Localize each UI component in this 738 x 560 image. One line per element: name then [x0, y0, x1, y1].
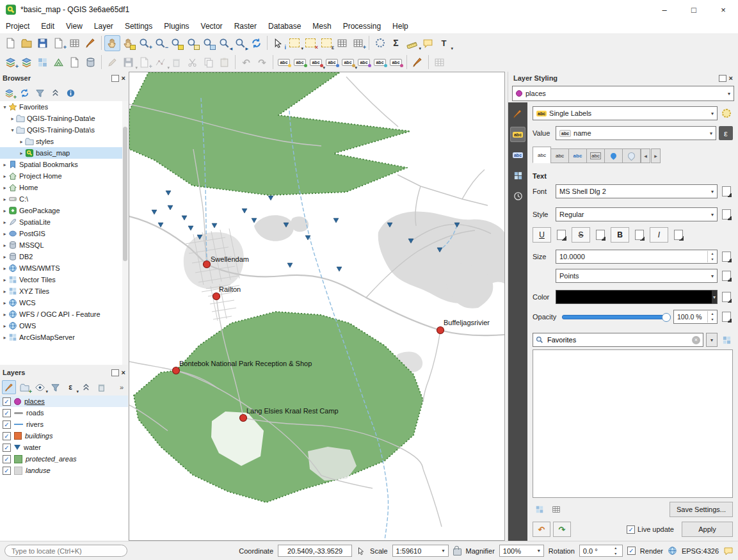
- automated-placement-button[interactable]: [720, 106, 733, 120]
- browser-item-mssql[interactable]: ▸MSSQL: [0, 239, 128, 251]
- tab-symbology[interactable]: [510, 106, 525, 122]
- manage-map-themes-button[interactable]: ▾: [33, 380, 47, 394]
- style-data-defined-button[interactable]: [720, 207, 733, 221]
- dropdown-arrow-icon[interactable]: ▾: [710, 189, 715, 195]
- show-hide-labels-button[interactable]: abc▾: [340, 54, 356, 70]
- measure-line-button[interactable]: ▾: [404, 35, 420, 51]
- italic-data-defined-button[interactable]: [672, 228, 685, 242]
- refresh-browser-button[interactable]: [17, 86, 31, 100]
- spin-up-icon[interactable]: ▴: [708, 251, 717, 257]
- add-vector-layer-button[interactable]: [19, 54, 35, 70]
- dropdown-arrow-icon[interactable]: ▾: [438, 548, 445, 554]
- tab-text[interactable]: abc: [533, 147, 551, 163]
- save-layer-edits-button[interactable]: ▾: [120, 54, 136, 70]
- expander-icon[interactable]: ▸: [1, 289, 8, 294]
- vertex-tool-button[interactable]: ▾: [152, 54, 168, 70]
- opacity-slider[interactable]: [562, 311, 671, 323]
- maximize-button[interactable]: □: [679, 0, 709, 19]
- underline-button[interactable]: U: [533, 227, 551, 243]
- expander-icon[interactable]: ▸: [1, 185, 8, 191]
- layer-checkbox[interactable]: ✓: [3, 455, 11, 463]
- cut-features-button[interactable]: [184, 54, 200, 70]
- expander-icon[interactable]: ▸: [1, 277, 8, 283]
- filter-legend-button[interactable]: [48, 380, 62, 394]
- statistical-summary-button[interactable]: Σ: [388, 35, 404, 51]
- opacity-data-defined-button[interactable]: [720, 310, 733, 324]
- spin-down-icon[interactable]: ▾: [708, 317, 717, 323]
- tab-callouts[interactable]: [604, 148, 623, 163]
- expander-icon[interactable]: ▸: [1, 266, 8, 271]
- tab-diagrams[interactable]: [510, 168, 525, 183]
- size-data-defined-button[interactable]: [720, 250, 733, 264]
- properties-widget-button[interactable]: [63, 86, 77, 100]
- layer-row-roads[interactable]: ✓roads: [0, 407, 128, 419]
- tabs-scroll-right[interactable]: ▶: [651, 148, 661, 163]
- layer-row-landuse[interactable]: ✓landuse: [0, 465, 128, 476]
- tab-buffer[interactable]: abc: [568, 148, 587, 163]
- browser-item-vector-tiles[interactable]: ▸Vector Tiles: [0, 274, 128, 285]
- zoom-last-button[interactable]: ◀: [216, 35, 232, 51]
- undo-style-button[interactable]: ↶: [533, 522, 550, 537]
- style-select[interactable]: Regular ▾: [556, 207, 718, 221]
- rotate-label-button[interactable]: abc: [372, 54, 388, 70]
- text-annotation-button[interactable]: T▾: [436, 35, 452, 51]
- tab-shadow[interactable]: [622, 148, 641, 163]
- tabs-scroll-left[interactable]: ◀: [641, 148, 650, 163]
- refresh-map-button[interactable]: [248, 35, 264, 51]
- toolbar-overflow-icon[interactable]: »: [120, 383, 126, 391]
- dropdown-arrow-icon[interactable]: ▾: [710, 273, 715, 279]
- map-canvas[interactable]: Swellendam Railton Buffeljagsrivier Bont…: [129, 72, 505, 541]
- strikethrough-data-defined-button[interactable]: [594, 228, 607, 242]
- zoom-in-button[interactable]: +: [136, 35, 152, 51]
- style-manager-button-2[interactable]: [410, 54, 426, 70]
- scale-select[interactable]: 1:59610 ▾: [392, 545, 449, 557]
- font-select[interactable]: MS Shell Dlg 2 ▾: [556, 184, 718, 198]
- browser-item-db2[interactable]: ▸DB2: [0, 251, 128, 262]
- zoom-out-button[interactable]: −: [152, 35, 168, 51]
- browser-item-c-drive[interactable]: ▸C:\: [0, 193, 128, 205]
- filter-browser-button[interactable]: [33, 86, 47, 100]
- options-button[interactable]: [372, 35, 388, 51]
- color-button[interactable]: ▾: [556, 290, 718, 304]
- map-tips-button[interactable]: [420, 35, 436, 51]
- add-mesh-layer-button[interactable]: [51, 54, 67, 70]
- pan-map-button[interactable]: [104, 35, 120, 51]
- opacity-spinbox[interactable]: 100.0 % ▴▾: [673, 310, 718, 324]
- zoom-to-layer-button[interactable]: [200, 35, 216, 51]
- expander-icon[interactable]: ▸: [18, 150, 25, 156]
- save-project-button[interactable]: [35, 35, 51, 51]
- new-project-button[interactable]: [3, 35, 19, 51]
- expander-icon[interactable]: ▸: [1, 312, 8, 317]
- undock-panel-icon[interactable]: [719, 75, 726, 82]
- move-label-button[interactable]: abc: [356, 54, 372, 70]
- tab-labels[interactable]: abc: [510, 127, 525, 142]
- open-project-button[interactable]: [19, 35, 35, 51]
- collapse-all-button[interactable]: [48, 86, 62, 100]
- favorites-list[interactable]: [533, 349, 733, 498]
- icon-view-button[interactable]: [533, 502, 547, 516]
- dropdown-arrow-icon[interactable]: ▾: [709, 131, 714, 136]
- mouse-position-icon[interactable]: [357, 547, 365, 556]
- spin-down-icon[interactable]: ▾: [613, 551, 619, 557]
- symbol-settings-button[interactable]: [720, 333, 733, 347]
- pin-labels-button[interactable]: abc▾: [308, 54, 324, 70]
- expander-icon[interactable]: ▸: [1, 208, 8, 214]
- tab-masks[interactable]: abc: [510, 147, 525, 163]
- add-virtual-layer-button[interactable]: [83, 54, 99, 70]
- menu-processing[interactable]: Processing: [337, 20, 387, 33]
- clear-search-icon[interactable]: ×: [692, 336, 700, 344]
- layer-row-places[interactable]: ✓places: [0, 396, 128, 407]
- undock-panel-icon[interactable]: [111, 75, 119, 82]
- menu-database[interactable]: Database: [262, 20, 307, 33]
- browser-item-favorites[interactable]: ▾Favorites: [0, 101, 128, 113]
- add-raster-layer-button[interactable]: [35, 54, 51, 70]
- dropdown-arrow-icon[interactable]: ▾: [534, 548, 540, 554]
- bold-button[interactable]: B: [611, 227, 629, 243]
- value-field-select[interactable]: abc name ▾: [556, 126, 716, 140]
- browser-item-spatialite[interactable]: ▸SpatiaLite: [0, 216, 128, 228]
- label-mode-select[interactable]: abc Single Labels ▾: [533, 106, 718, 120]
- show-layout-manager-button[interactable]: [67, 35, 83, 51]
- lock-scale-icon[interactable]: [453, 548, 461, 556]
- dropdown-arrow-icon[interactable]: ▾: [712, 291, 717, 303]
- undo-button[interactable]: ↶: [238, 54, 254, 70]
